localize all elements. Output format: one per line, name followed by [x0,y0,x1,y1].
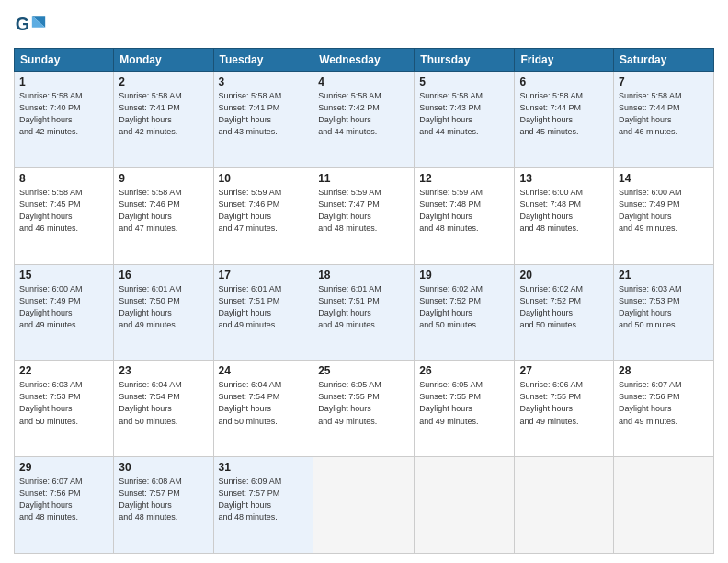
day-info: Sunrise: 5:58 AMSunset: 7:41 PMDaylight … [119,90,208,138]
day-cell: 18 Sunrise: 6:01 AMSunset: 7:51 PMDaylig… [313,264,415,361]
day-cell: 26 Sunrise: 6:05 AMSunset: 7:55 PMDaylig… [415,361,515,457]
day-cell [415,457,515,554]
day-cell: 13 Sunrise: 6:00 AMSunset: 7:48 PMDaylig… [515,167,614,264]
day-cell: 28 Sunrise: 6:07 AMSunset: 7:56 PMDaylig… [614,361,714,457]
day-cell: 9 Sunrise: 5:58 AMSunset: 7:46 PMDayligh… [114,167,213,264]
page: G SundayMondayTuesdayWednesdayThursdayFr… [0,0,728,563]
day-number: 13 [519,172,609,185]
day-number: 27 [519,364,609,377]
calendar-table: SundayMondayTuesdayWednesdayThursdayFrid… [14,48,714,554]
day-info: Sunrise: 6:07 AMSunset: 7:56 PMDaylight … [619,379,709,427]
day-number: 31 [219,461,309,474]
day-info: Sunrise: 6:05 AMSunset: 7:55 PMDaylight … [318,379,409,427]
day-cell: 15 Sunrise: 6:00 AMSunset: 7:49 PMDaylig… [15,264,114,361]
day-info: Sunrise: 6:07 AMSunset: 7:56 PMDaylight … [19,476,108,523]
header-cell-thursday: Thursday [415,49,515,72]
day-info: Sunrise: 6:02 AMSunset: 7:52 PMDaylight … [419,283,509,331]
day-cell: 2 Sunrise: 5:58 AMSunset: 7:41 PMDayligh… [114,72,213,168]
day-cell: 6 Sunrise: 5:58 AMSunset: 7:44 PMDayligh… [515,72,614,168]
day-number: 22 [19,364,108,377]
day-number: 24 [219,364,309,377]
day-info: Sunrise: 5:58 AMSunset: 7:42 PMDaylight … [318,90,409,138]
day-number: 15 [19,269,108,282]
day-cell [515,457,614,554]
week-row-5: 29 Sunrise: 6:07 AMSunset: 7:56 PMDaylig… [15,457,714,554]
day-number: 18 [318,269,409,282]
day-cell: 20 Sunrise: 6:02 AMSunset: 7:52 PMDaylig… [515,264,614,361]
day-number: 10 [219,172,309,185]
day-number: 14 [619,172,709,185]
day-info: Sunrise: 5:58 AMSunset: 7:43 PMDaylight … [419,90,509,138]
day-cell: 3 Sunrise: 5:58 AMSunset: 7:41 PMDayligh… [213,72,313,168]
day-cell: 23 Sunrise: 6:04 AMSunset: 7:54 PMDaylig… [114,361,213,457]
header-cell-tuesday: Tuesday [213,49,313,72]
day-number: 11 [318,172,409,185]
day-cell: 4 Sunrise: 5:58 AMSunset: 7:42 PMDayligh… [313,72,415,168]
day-info: Sunrise: 6:03 AMSunset: 7:53 PMDaylight … [619,283,709,331]
day-info: Sunrise: 6:00 AMSunset: 7:49 PMDaylight … [619,187,709,235]
header-cell-monday: Monday [114,49,213,72]
day-info: Sunrise: 5:58 AMSunset: 7:44 PMDaylight … [619,90,709,138]
day-number: 12 [419,172,509,185]
day-number: 16 [119,269,208,282]
day-info: Sunrise: 5:58 AMSunset: 7:46 PMDaylight … [119,187,208,235]
day-cell [614,457,714,554]
day-cell: 16 Sunrise: 6:01 AMSunset: 7:50 PMDaylig… [114,264,213,361]
day-cell: 22 Sunrise: 6:03 AMSunset: 7:53 PMDaylig… [15,361,114,457]
day-cell: 25 Sunrise: 6:05 AMSunset: 7:55 PMDaylig… [313,361,415,457]
day-info: Sunrise: 6:01 AMSunset: 7:51 PMDaylight … [219,283,309,331]
day-info: Sunrise: 6:01 AMSunset: 7:50 PMDaylight … [119,283,208,331]
day-cell: 24 Sunrise: 6:04 AMSunset: 7:54 PMDaylig… [213,361,313,457]
header-row: SundayMondayTuesdayWednesdayThursdayFrid… [15,49,714,72]
day-number: 17 [219,269,309,282]
header-cell-wednesday: Wednesday [313,49,415,72]
svg-text:G: G [16,14,29,34]
day-info: Sunrise: 5:58 AMSunset: 7:41 PMDaylight … [219,90,309,138]
day-cell: 30 Sunrise: 6:08 AMSunset: 7:57 PMDaylig… [114,457,213,554]
day-cell: 5 Sunrise: 5:58 AMSunset: 7:43 PMDayligh… [415,72,515,168]
day-info: Sunrise: 6:00 AMSunset: 7:49 PMDaylight … [19,283,108,331]
day-number: 5 [419,75,509,88]
day-info: Sunrise: 5:58 AMSunset: 7:45 PMDaylight … [19,187,108,235]
day-number: 2 [119,75,208,88]
day-info: Sunrise: 5:59 AMSunset: 7:48 PMDaylight … [419,187,509,235]
header-cell-saturday: Saturday [614,49,714,72]
day-number: 20 [519,269,609,282]
day-number: 28 [619,364,709,377]
day-number: 29 [19,461,108,474]
day-info: Sunrise: 6:06 AMSunset: 7:55 PMDaylight … [519,379,609,427]
day-cell: 1 Sunrise: 5:58 AMSunset: 7:40 PMDayligh… [15,72,114,168]
day-info: Sunrise: 6:09 AMSunset: 7:57 PMDaylight … [219,476,309,523]
day-info: Sunrise: 5:59 AMSunset: 7:47 PMDaylight … [318,187,409,235]
header-cell-friday: Friday [515,49,614,72]
day-info: Sunrise: 6:00 AMSunset: 7:48 PMDaylight … [519,187,609,235]
day-number: 25 [318,364,409,377]
day-number: 19 [419,269,509,282]
logo-icon: G [14,9,47,42]
day-number: 6 [519,75,609,88]
day-info: Sunrise: 6:03 AMSunset: 7:53 PMDaylight … [19,379,108,427]
week-row-2: 8 Sunrise: 5:58 AMSunset: 7:45 PMDayligh… [15,167,714,264]
day-info: Sunrise: 6:02 AMSunset: 7:52 PMDaylight … [519,283,609,331]
day-info: Sunrise: 6:01 AMSunset: 7:51 PMDaylight … [318,283,409,331]
day-cell: 27 Sunrise: 6:06 AMSunset: 7:55 PMDaylig… [515,361,614,457]
logo: G [14,9,51,42]
header-cell-sunday: Sunday [15,49,114,72]
day-number: 1 [19,75,108,88]
day-cell: 14 Sunrise: 6:00 AMSunset: 7:49 PMDaylig… [614,167,714,264]
day-number: 9 [119,172,208,185]
day-info: Sunrise: 6:04 AMSunset: 7:54 PMDaylight … [119,379,208,427]
day-cell: 17 Sunrise: 6:01 AMSunset: 7:51 PMDaylig… [213,264,313,361]
week-row-3: 15 Sunrise: 6:00 AMSunset: 7:49 PMDaylig… [15,264,714,361]
day-cell: 21 Sunrise: 6:03 AMSunset: 7:53 PMDaylig… [614,264,714,361]
day-info: Sunrise: 5:58 AMSunset: 7:40 PMDaylight … [19,90,108,138]
day-info: Sunrise: 6:04 AMSunset: 7:54 PMDaylight … [219,379,309,427]
day-info: Sunrise: 6:08 AMSunset: 7:57 PMDaylight … [119,476,208,523]
day-info: Sunrise: 5:59 AMSunset: 7:46 PMDaylight … [219,187,309,235]
day-cell [313,457,415,554]
day-number: 7 [619,75,709,88]
day-cell: 10 Sunrise: 5:59 AMSunset: 7:46 PMDaylig… [213,167,313,264]
day-cell: 7 Sunrise: 5:58 AMSunset: 7:44 PMDayligh… [614,72,714,168]
day-cell: 19 Sunrise: 6:02 AMSunset: 7:52 PMDaylig… [415,264,515,361]
day-cell: 31 Sunrise: 6:09 AMSunset: 7:57 PMDaylig… [213,457,313,554]
